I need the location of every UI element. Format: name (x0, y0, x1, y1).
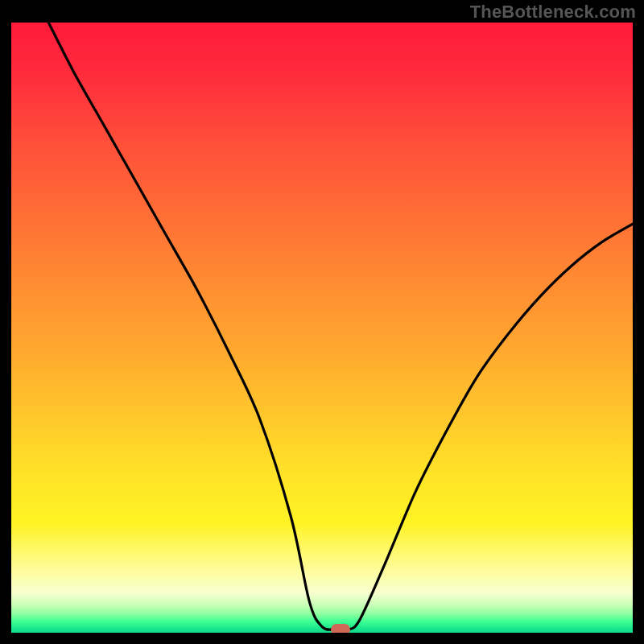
plot-area (11, 23, 633, 633)
chart-frame: TheBottleneck.com (0, 0, 644, 644)
watermark-text: TheBottleneck.com (470, 2, 636, 23)
curve-svg (11, 23, 633, 633)
bottleneck-curve-path (48, 23, 633, 630)
bottleneck-marker (331, 624, 350, 633)
